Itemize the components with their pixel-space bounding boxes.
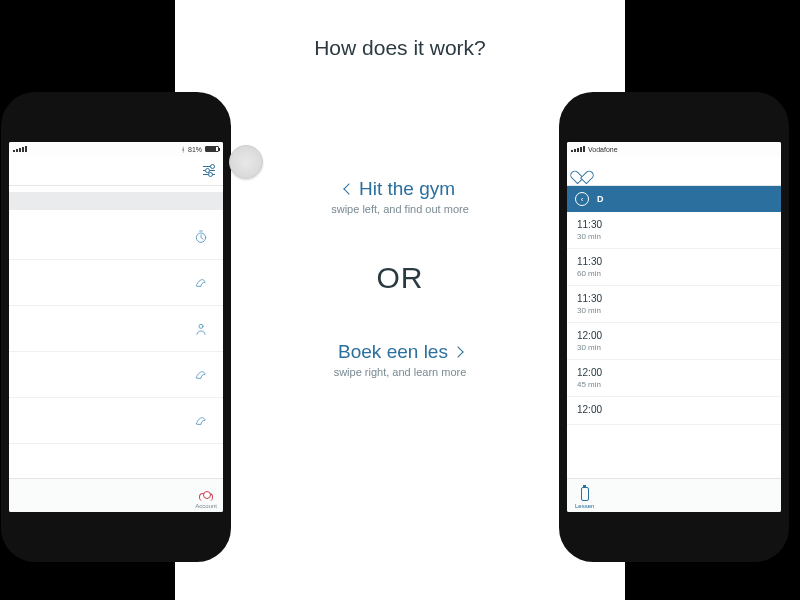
signal-icon (13, 146, 27, 152)
status-bar: Vodafone (567, 142, 781, 156)
cta-boek-les[interactable]: Boek een les swipe right, and learn more (334, 341, 467, 378)
tab-bar: Lessen (567, 478, 781, 512)
tab-bar: Account (9, 478, 223, 512)
lesson-row[interactable]: 12:00 (567, 397, 781, 425)
onboarding-stage: How does it work? ᚼ 81% (175, 0, 625, 600)
flex-arm-icon (193, 413, 209, 429)
tab-lessen[interactable]: Lessen (575, 487, 594, 509)
tab-account[interactable]: Account (195, 493, 217, 509)
list-item[interactable] (9, 398, 223, 444)
signal-icon (571, 146, 585, 152)
cta-title: Hit the gym (359, 178, 455, 200)
page-title: How does it work? (175, 36, 625, 60)
touch-indicator-icon (229, 145, 263, 179)
cloud-icon (199, 493, 213, 501)
cta-title: Boek een les (338, 341, 448, 363)
battery-percent: 81% (188, 146, 202, 153)
status-bar: ᚼ 81% (9, 142, 223, 156)
lesson-time: 12:00 (577, 404, 771, 415)
heart-icon[interactable] (575, 165, 589, 177)
cta-subtitle: swipe left, and find out more (331, 203, 469, 215)
tab-label: Account (195, 503, 217, 509)
filter-icon[interactable] (203, 165, 215, 177)
bluetooth-icon: ᚼ (181, 146, 185, 153)
chevron-right-icon (452, 346, 463, 357)
or-separator: OR (377, 261, 424, 295)
cta-subtitle: swipe right, and learn more (334, 366, 467, 378)
bottle-icon (581, 487, 589, 501)
battery-icon (205, 146, 219, 152)
chevron-left-icon (343, 183, 354, 194)
center-column: Hit the gym swipe left, and find out mor… (175, 178, 625, 378)
cta-hit-gym[interactable]: Hit the gym swipe left, and find out mor… (331, 178, 469, 215)
carrier-label: Vodafone (588, 146, 618, 153)
lesson-duration: 45 min (577, 380, 771, 389)
tab-label: Lessen (575, 503, 594, 509)
